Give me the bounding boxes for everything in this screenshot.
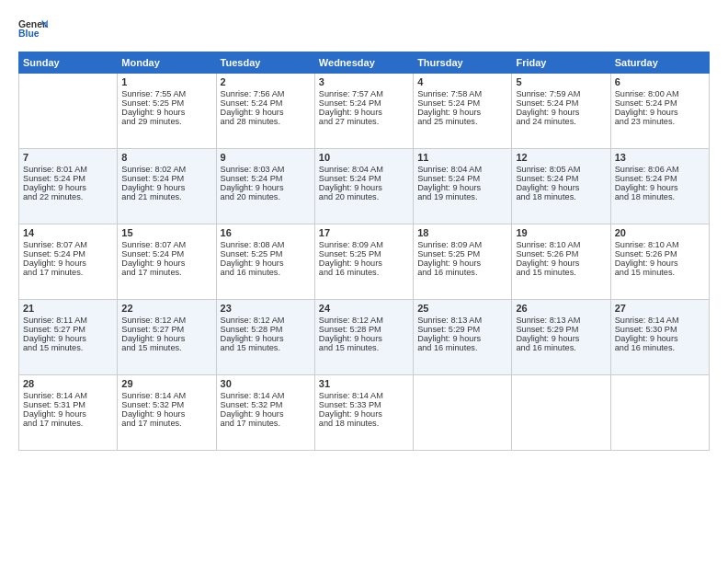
day-info-line: Daylight: 9 hours	[121, 183, 211, 192]
day-info-line: Sunset: 5:25 PM	[221, 249, 311, 259]
day-info-line: and 16 minutes.	[319, 268, 409, 277]
day-info-line: Sunrise: 8:14 AM	[319, 391, 409, 400]
day-info-line: Daylight: 9 hours	[221, 409, 311, 419]
day-info-line: Daylight: 9 hours	[23, 259, 113, 268]
day-info-line: Daylight: 9 hours	[221, 334, 311, 343]
logo-icon: General Blue	[18, 17, 48, 42]
week-row-5: 28Sunrise: 8:14 AMSunset: 5:31 PMDayligh…	[19, 375, 710, 451]
day-info-line: and 29 minutes.	[121, 117, 211, 126]
day-info-line: Daylight: 9 hours	[319, 409, 409, 419]
day-info-line: and 17 minutes.	[23, 419, 113, 428]
day-number: 18	[417, 227, 507, 238]
header-row: SundayMondayTuesdayWednesdayThursdayFrid…	[19, 52, 710, 74]
day-number: 7	[23, 152, 113, 163]
day-number: 27	[615, 303, 705, 314]
day-info-line: Daylight: 9 hours	[615, 259, 705, 268]
cell-week3-day6: 19Sunrise: 8:10 AMSunset: 5:26 PMDayligh…	[512, 224, 610, 300]
day-info-line: and 20 minutes.	[319, 192, 409, 201]
day-info-line: and 16 minutes.	[615, 343, 705, 352]
day-info-line: Sunset: 5:32 PM	[221, 400, 311, 409]
day-info-line: Sunrise: 8:09 AM	[319, 240, 409, 249]
day-number: 11	[417, 152, 507, 163]
day-info-line: Daylight: 9 hours	[121, 259, 211, 268]
day-number: 14	[23, 227, 113, 238]
cell-week3-day5: 18Sunrise: 8:09 AMSunset: 5:25 PMDayligh…	[414, 224, 512, 300]
day-info-line: and 16 minutes.	[221, 268, 311, 277]
day-info-line: Daylight: 9 hours	[23, 409, 113, 419]
day-number: 29	[121, 378, 211, 389]
day-info-line: Sunset: 5:24 PM	[516, 98, 606, 108]
day-number: 23	[221, 303, 311, 314]
day-info-line: and 17 minutes.	[221, 419, 311, 428]
day-info-line: Sunrise: 8:13 AM	[417, 316, 507, 325]
cell-week3-day1: 14Sunrise: 8:07 AMSunset: 5:24 PMDayligh…	[19, 224, 118, 300]
day-info-line: and 22 minutes.	[23, 192, 113, 201]
day-info-line: Daylight: 9 hours	[615, 183, 705, 192]
day-info-line: Sunrise: 8:10 AM	[516, 240, 606, 249]
day-info-line: Sunset: 5:24 PM	[319, 174, 409, 183]
day-info-line: Sunrise: 7:59 AM	[516, 89, 606, 98]
cell-week3-day4: 17Sunrise: 8:09 AMSunset: 5:25 PMDayligh…	[314, 224, 413, 300]
day-info-line: Daylight: 9 hours	[417, 183, 507, 192]
day-info-line: Sunset: 5:26 PM	[516, 249, 606, 259]
day-number: 16	[221, 227, 311, 238]
day-info-line: Daylight: 9 hours	[417, 334, 507, 343]
cell-week5-day4: 31Sunrise: 8:14 AMSunset: 5:33 PMDayligh…	[314, 375, 413, 451]
day-info-line: Daylight: 9 hours	[221, 108, 311, 117]
day-info-line: Sunset: 5:28 PM	[319, 325, 409, 334]
cell-week4-day1: 21Sunrise: 8:11 AMSunset: 5:27 PMDayligh…	[19, 300, 118, 375]
day-info-line: and 15 minutes.	[615, 268, 705, 277]
day-info-line: Sunset: 5:29 PM	[516, 325, 606, 334]
day-number: 19	[516, 227, 606, 238]
day-info-line: and 21 minutes.	[121, 192, 211, 201]
day-info-line: and 18 minutes.	[319, 419, 409, 428]
day-info-line: Sunrise: 8:03 AM	[221, 165, 311, 174]
day-info-line: and 18 minutes.	[516, 192, 606, 201]
day-info-line: and 23 minutes.	[615, 117, 705, 126]
day-number: 9	[221, 152, 311, 163]
day-info-line: Daylight: 9 hours	[319, 183, 409, 192]
cell-week2-day7: 13Sunrise: 8:06 AMSunset: 5:24 PMDayligh…	[610, 149, 709, 224]
day-number: 31	[319, 378, 409, 389]
day-info-line: Sunset: 5:28 PM	[221, 325, 311, 334]
day-number: 6	[615, 76, 705, 87]
cell-week5-day5	[414, 375, 512, 451]
day-number: 10	[319, 152, 409, 163]
week-row-3: 14Sunrise: 8:07 AMSunset: 5:24 PMDayligh…	[19, 224, 710, 300]
day-info-line: Sunset: 5:26 PM	[615, 249, 705, 259]
day-info-line: Sunset: 5:27 PM	[23, 325, 113, 334]
day-info-line: Sunrise: 8:07 AM	[23, 240, 113, 249]
day-info-line: Sunset: 5:27 PM	[121, 325, 211, 334]
day-number: 28	[23, 378, 113, 389]
cell-week2-day2: 8Sunrise: 8:02 AMSunset: 5:24 PMDaylight…	[118, 149, 216, 224]
day-number: 15	[121, 227, 211, 238]
day-info-line: Sunset: 5:24 PM	[23, 174, 113, 183]
day-info-line: and 15 minutes.	[516, 268, 606, 277]
logo: General Blue	[18, 17, 48, 42]
day-info-line: Daylight: 9 hours	[221, 183, 311, 192]
day-info-line: Sunset: 5:24 PM	[23, 249, 113, 259]
cell-week1-day7: 6Sunrise: 8:00 AMSunset: 5:24 PMDaylight…	[610, 74, 709, 149]
day-number: 2	[221, 76, 311, 87]
day-info-line: Sunset: 5:32 PM	[121, 400, 211, 409]
day-info-line: Sunrise: 8:02 AM	[121, 165, 211, 174]
svg-text:Blue: Blue	[18, 29, 40, 39]
day-info-line: Sunset: 5:25 PM	[417, 249, 507, 259]
week-row-2: 7Sunrise: 8:01 AMSunset: 5:24 PMDaylight…	[19, 149, 710, 224]
day-info-line: Sunset: 5:24 PM	[516, 174, 606, 183]
cell-week5-day2: 29Sunrise: 8:14 AMSunset: 5:32 PMDayligh…	[118, 375, 216, 451]
col-header-wednesday: Wednesday	[314, 52, 413, 74]
cell-week4-day6: 26Sunrise: 8:13 AMSunset: 5:29 PMDayligh…	[512, 300, 610, 375]
day-number: 5	[516, 76, 606, 87]
day-info-line: and 16 minutes.	[417, 268, 507, 277]
cell-week5-day6	[512, 375, 610, 451]
day-info-line: and 16 minutes.	[417, 343, 507, 352]
cell-week4-day7: 27Sunrise: 8:14 AMSunset: 5:30 PMDayligh…	[610, 300, 709, 375]
cell-week4-day3: 23Sunrise: 8:12 AMSunset: 5:28 PMDayligh…	[216, 300, 314, 375]
day-info-line: and 15 minutes.	[23, 343, 113, 352]
cell-week1-day5: 4Sunrise: 7:58 AMSunset: 5:24 PMDaylight…	[414, 74, 512, 149]
week-row-4: 21Sunrise: 8:11 AMSunset: 5:27 PMDayligh…	[19, 300, 710, 375]
day-info-line: Daylight: 9 hours	[121, 108, 211, 117]
cell-week3-day3: 16Sunrise: 8:08 AMSunset: 5:25 PMDayligh…	[216, 224, 314, 300]
day-info-line: Daylight: 9 hours	[121, 409, 211, 419]
